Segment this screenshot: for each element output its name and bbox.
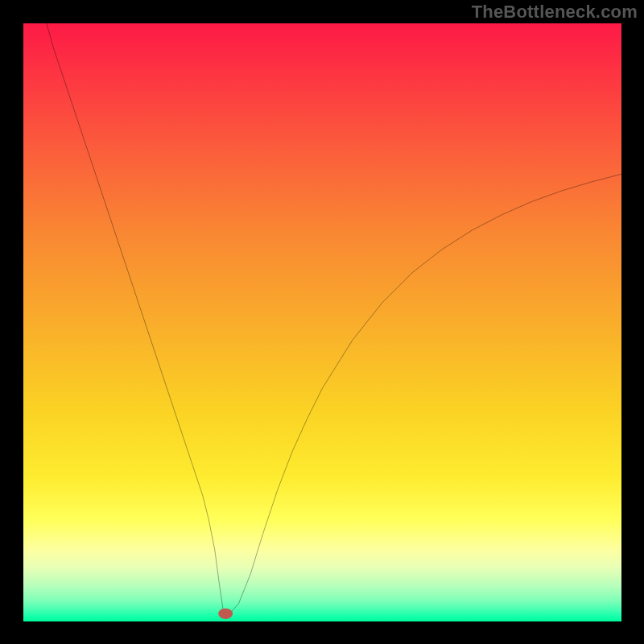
watermark-text: TheBottleneck.com: [472, 2, 638, 23]
chart-frame: TheBottleneck.com: [0, 0, 644, 644]
balance-marker: [218, 609, 233, 619]
bottleneck-curve: [47, 23, 621, 613]
plot-area: [23, 23, 621, 621]
bottleneck-curve-svg: [23, 23, 621, 621]
